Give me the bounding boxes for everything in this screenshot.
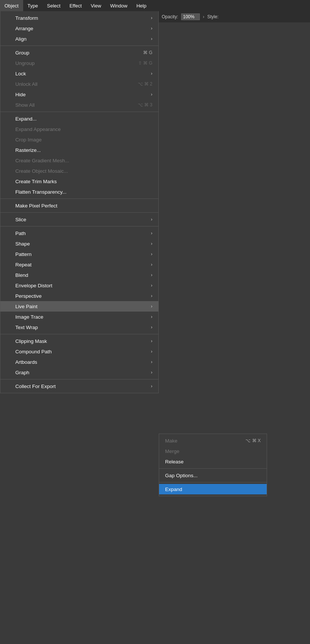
submenu-item-gap-options[interactable]: Gap Options... (159, 470, 267, 481)
chevron-right-icon: › (151, 15, 152, 21)
menu-item-ungroup: Ungroup ⇧ ⌘ G (0, 58, 158, 68)
menu-object[interactable]: Object (0, 0, 23, 11)
submenu-item-merge: Merge (159, 446, 267, 456)
chevron-right-icon: › (151, 272, 152, 278)
menu-item-rasterize-label: Rasterize... (15, 147, 41, 153)
menu-item-arrange-label: Arrange (15, 26, 33, 31)
chevron-right-icon: › (151, 283, 152, 288)
menu-item-pattern[interactable]: Pattern › (0, 249, 158, 259)
menu-item-hide[interactable]: Hide › (0, 89, 158, 100)
menu-item-clipping-mask[interactable]: Clipping Mask › (0, 336, 158, 346)
menu-item-text-wrap-label: Text Wrap (15, 325, 38, 330)
separator-2 (0, 112, 158, 112)
submenu-item-merge-label: Merge (165, 448, 179, 454)
chevron-right-icon: › (151, 314, 152, 319)
menu-item-hide-label: Hide (15, 92, 26, 97)
submenu-item-make-shortcut: ⌥ ⌘ X (245, 438, 261, 443)
arrow-icon[interactable]: › (203, 14, 204, 19)
menu-item-make-pixel-perfect[interactable]: Make Pixel Perfect (0, 200, 158, 211)
menu-item-graph[interactable]: Graph › (0, 367, 158, 378)
submenu-separator-1 (159, 468, 267, 469)
menu-select[interactable]: Select (43, 0, 65, 11)
submenu-item-expand[interactable]: Expand (159, 484, 267, 494)
chevron-right-icon: › (151, 92, 152, 97)
menu-item-live-paint[interactable]: Live Paint › (0, 301, 158, 312)
menu-item-flatten-transparency-label: Flatten Transparency... (15, 189, 66, 195)
menu-item-crop-image-label: Crop Image (15, 137, 42, 143)
menu-item-blend[interactable]: Blend › (0, 270, 158, 280)
menu-help[interactable]: Help (132, 0, 151, 11)
menu-item-create-trim-marks-label: Create Trim Marks (15, 179, 57, 184)
chevron-right-icon: › (151, 338, 152, 344)
menu-item-path-label: Path (15, 231, 26, 236)
menu-item-group-shortcut: ⌘ G (143, 50, 152, 55)
menu-item-unlock-all-shortcut: ⌥ ⌘ 2 (138, 81, 152, 87)
chevron-right-icon: › (151, 251, 152, 257)
menu-item-make-pixel-perfect-label: Make Pixel Perfect (15, 203, 58, 209)
menu-item-ungroup-label: Ungroup (15, 60, 35, 66)
menu-effect[interactable]: Effect (65, 0, 86, 11)
menu-item-repeat[interactable]: Repeat › (0, 259, 158, 270)
menu-item-collect-for-export-label: Collect For Export (15, 384, 56, 389)
menu-item-create-trim-marks[interactable]: Create Trim Marks (0, 176, 158, 187)
menu-item-slice[interactable]: Slice › (0, 214, 158, 225)
menu-item-unlock-all: Unlock All ⌥ ⌘ 2 (0, 79, 158, 89)
menu-item-envelope-distort[interactable]: Envelope Distort › (0, 280, 158, 291)
menu-item-lock[interactable]: Lock › (0, 68, 158, 79)
menu-item-live-paint-label: Live Paint (15, 304, 37, 309)
menu-item-repeat-label: Repeat (15, 262, 32, 268)
menu-type[interactable]: Type (23, 0, 43, 11)
separator-4 (0, 212, 158, 213)
submenu-item-make: Make ⌥ ⌘ X (159, 435, 267, 446)
menu-item-artboards[interactable]: Artboards › (0, 357, 158, 367)
menu-item-expand-appearance-label: Expand Appearance (15, 126, 61, 132)
chevron-right-icon: › (151, 359, 152, 365)
menu-item-compound-path[interactable]: Compound Path › (0, 346, 158, 357)
menu-item-create-gradient-mesh: Create Gradient Mesh... (0, 155, 158, 166)
menu-item-path[interactable]: Path › (0, 228, 158, 238)
menu-window[interactable]: Window (106, 0, 132, 11)
menu-item-perspective[interactable]: Perspective › (0, 291, 158, 301)
menu-item-align-label: Align (15, 36, 27, 42)
chevron-right-icon: › (151, 71, 152, 76)
separator-7 (0, 379, 158, 379)
submenu-item-make-label: Make (165, 438, 177, 444)
menu-item-slice-label: Slice (15, 217, 26, 222)
menu-item-transform[interactable]: Transform › (0, 13, 158, 23)
menu-item-shape-label: Shape (15, 241, 30, 247)
menu-item-arrange[interactable]: Arrange › (0, 23, 158, 34)
menu-item-compound-path-label: Compound Path (15, 349, 52, 354)
submenu-item-release[interactable]: Release (159, 456, 267, 467)
menu-item-collect-for-export[interactable]: Collect For Export › (0, 381, 158, 391)
live-paint-submenu: Make ⌥ ⌘ X Merge Release Gap Options... … (159, 434, 267, 496)
menu-item-shape[interactable]: Shape › (0, 238, 158, 249)
menu-item-image-trace-label: Image Trace (15, 314, 43, 320)
submenu-item-gap-options-label: Gap Options... (165, 473, 198, 478)
menu-item-expand[interactable]: Expand... (0, 113, 158, 124)
separator-1 (0, 46, 158, 46)
canvas-area: Opacity: › Style: (159, 11, 310, 644)
menu-item-clipping-mask-label: Clipping Mask (15, 338, 47, 344)
menu-item-ungroup-shortcut: ⇧ ⌘ G (138, 60, 152, 66)
menu-view[interactable]: View (86, 0, 106, 11)
chevron-right-icon: › (151, 241, 152, 246)
menu-item-perspective-label: Perspective (15, 293, 42, 299)
menu-item-group[interactable]: Group ⌘ G (0, 47, 158, 58)
menu-item-crop-image: Crop Image (0, 134, 158, 145)
menu-item-rasterize[interactable]: Rasterize... (0, 145, 158, 155)
menu-item-group-label: Group (15, 50, 30, 56)
chevron-right-icon: › (151, 217, 152, 222)
menu-item-graph-label: Graph (15, 370, 30, 375)
chevron-right-icon: › (151, 349, 152, 354)
menu-bar: Object Type Select Effect View Window He… (0, 0, 310, 11)
object-menu-dropdown: Transform › Arrange › Align › Group ⌘ G … (0, 11, 159, 393)
chevron-right-icon: › (151, 384, 152, 389)
menu-item-image-trace[interactable]: Image Trace › (0, 312, 158, 322)
menu-item-flatten-transparency[interactable]: Flatten Transparency... (0, 187, 158, 197)
opacity-input[interactable] (181, 13, 200, 20)
menu-item-lock-label: Lock (15, 71, 26, 76)
chevron-right-icon: › (151, 262, 152, 267)
menu-item-text-wrap[interactable]: Text Wrap › (0, 322, 158, 332)
menu-item-align[interactable]: Align › (0, 34, 158, 44)
menu-item-create-object-mosaic: Create Object Mosaic... (0, 166, 158, 176)
